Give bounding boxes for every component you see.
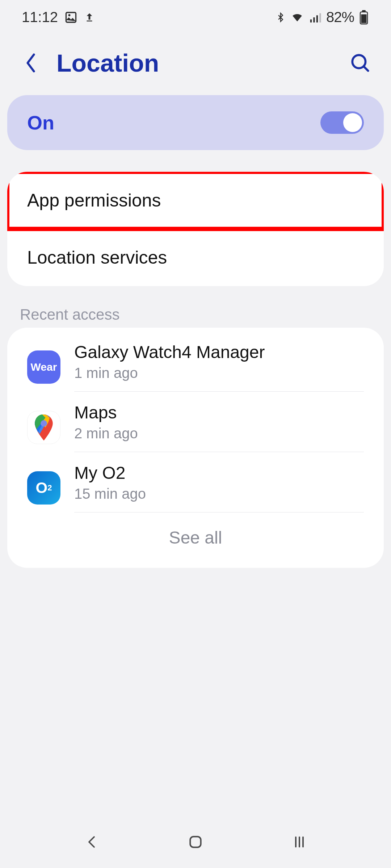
svg-rect-2: [87, 20, 92, 21]
status-time: 11:12: [22, 9, 58, 25]
header: Location: [0, 34, 391, 95]
back-button[interactable]: [18, 50, 43, 76]
see-all-button[interactable]: See all: [7, 512, 384, 561]
setting-label: App permissions: [27, 190, 161, 210]
app-time: 2 min ago: [74, 425, 364, 442]
nav-recents-button[interactable]: [285, 827, 314, 856]
battery-percentage: 82%: [326, 9, 354, 25]
app-icon-maps: [27, 411, 60, 444]
app-name: My O2: [74, 463, 364, 483]
toggle-label: On: [27, 111, 54, 134]
app-name: Galaxy Watch4 Manager: [74, 342, 364, 362]
svg-rect-3: [310, 19, 312, 22]
toggle-switch[interactable]: [320, 111, 364, 134]
app-name: Maps: [74, 403, 364, 422]
nav-home-button[interactable]: [181, 827, 210, 856]
navigation-bar: [0, 821, 391, 868]
battery-icon: [358, 10, 369, 25]
bluetooth-icon: [276, 10, 286, 24]
location-services-row[interactable]: Location services: [7, 229, 384, 286]
settings-card: App permissions Location services: [7, 172, 384, 286]
picture-icon: [64, 11, 77, 24]
svg-line-11: [364, 67, 368, 71]
app-icon-wear: Wear: [27, 350, 60, 384]
upload-icon: [84, 11, 95, 24]
app-icon-myo2: O2: [27, 471, 60, 505]
search-button[interactable]: [348, 50, 373, 76]
app-time: 1 min ago: [74, 365, 364, 381]
recent-item[interactable]: Wear Galaxy Watch4 Manager 1 min ago: [7, 331, 384, 392]
svg-point-12: [41, 420, 47, 426]
nav-back-button[interactable]: [77, 827, 106, 856]
recent-access-header: Recent access: [20, 306, 391, 323]
svg-rect-13: [190, 837, 201, 847]
setting-label: Location services: [27, 247, 167, 268]
app-permissions-row[interactable]: App permissions: [7, 172, 384, 229]
recent-access-card: Wear Galaxy Watch4 Manager 1 min ago Map…: [7, 328, 384, 568]
svg-rect-5: [316, 15, 318, 22]
svg-point-1: [68, 14, 71, 16]
page-title: Location: [56, 49, 335, 77]
svg-rect-9: [361, 14, 367, 23]
location-master-toggle-row[interactable]: On: [7, 95, 384, 150]
svg-rect-6: [319, 13, 321, 22]
svg-rect-4: [313, 17, 315, 22]
app-time: 15 min ago: [74, 486, 364, 502]
signal-icon: [309, 11, 322, 24]
status-bar: 11:12 82%: [0, 0, 391, 34]
wifi-icon: [290, 11, 304, 24]
recent-item[interactable]: O2 My O2 15 min ago: [7, 452, 384, 512]
recent-item[interactable]: Maps 2 min ago: [7, 392, 384, 452]
